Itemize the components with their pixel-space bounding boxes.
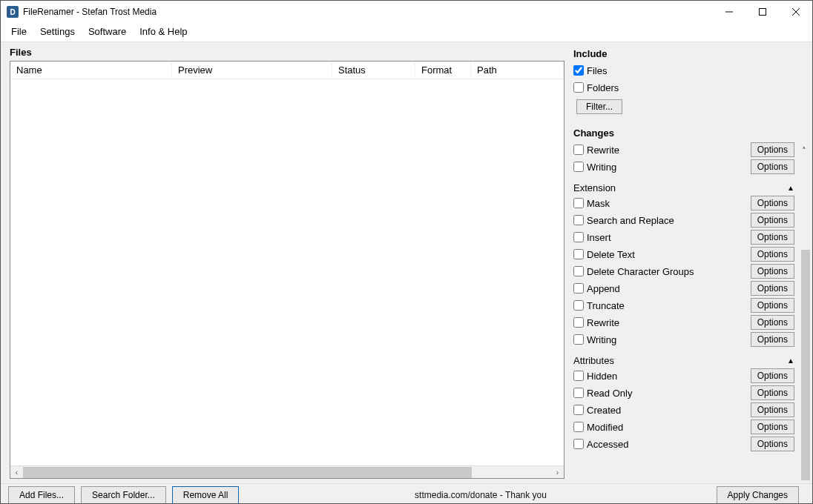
filter-button[interactable]: Filter... bbox=[576, 99, 622, 114]
attr-modified-checkbox[interactable] bbox=[573, 422, 584, 432]
include-heading: Include bbox=[573, 48, 794, 59]
ext-append-label: Append bbox=[587, 283, 751, 294]
attr-hidden-options-button[interactable]: Options bbox=[751, 368, 794, 383]
extension-heading: Extension ▲ bbox=[573, 182, 794, 193]
include-files-checkbox[interactable] bbox=[573, 65, 584, 76]
options-vscrollbar[interactable] bbox=[800, 250, 811, 480]
attr-accessed-options-button[interactable]: Options bbox=[751, 437, 794, 451]
changes-writing-label: Writing bbox=[587, 162, 751, 173]
attr-created-options-button[interactable]: Options bbox=[751, 402, 794, 417]
ext-rewrite-label: Rewrite bbox=[587, 317, 751, 328]
remove-all-button[interactable]: Remove All bbox=[172, 486, 240, 504]
panel-scroll-up-icon[interactable]: ˄ bbox=[799, 145, 809, 157]
changes-writing-options-button[interactable]: Options bbox=[751, 159, 794, 174]
menu-info-help[interactable]: Info & Help bbox=[134, 24, 193, 39]
changes-rewrite-checkbox[interactable] bbox=[573, 145, 584, 155]
col-name[interactable]: Name bbox=[10, 62, 172, 79]
hscroll-track[interactable] bbox=[23, 466, 551, 478]
hscroll-thumb[interactable] bbox=[23, 467, 472, 478]
ext-mask-checkbox[interactable] bbox=[573, 198, 584, 208]
attr-created-label: Created bbox=[587, 405, 751, 416]
window-title: FileRenamer - Stefan Trost Media bbox=[23, 7, 712, 17]
files-table-body[interactable] bbox=[10, 79, 564, 465]
window-controls bbox=[712, 1, 812, 23]
ext-insert-checkbox[interactable] bbox=[573, 232, 584, 242]
include-files-label: Files bbox=[587, 65, 794, 76]
attr-hidden-checkbox[interactable] bbox=[573, 371, 584, 381]
ext-truncate-options-button[interactable]: Options bbox=[751, 298, 794, 313]
vscroll-thumb[interactable] bbox=[801, 250, 810, 480]
col-format[interactable]: Format bbox=[415, 62, 471, 79]
ext-truncate-label: Truncate bbox=[587, 300, 751, 311]
attr-created-checkbox[interactable] bbox=[573, 405, 584, 415]
ext-mask-label: Mask bbox=[587, 198, 751, 209]
files-table: Name Preview Status Format Path ‹ › bbox=[10, 61, 565, 479]
ext-delete-char-groups-options-button[interactable]: Options bbox=[751, 264, 794, 279]
search-folder-button[interactable]: Search Folder... bbox=[81, 486, 166, 504]
donate-text: sttmedia.com/donate - Thank you bbox=[415, 490, 547, 500]
col-status[interactable]: Status bbox=[332, 62, 415, 79]
svg-rect-1 bbox=[759, 9, 766, 16]
ext-delete-text-checkbox[interactable] bbox=[573, 249, 584, 259]
changes-rewrite-options-button[interactable]: Options bbox=[751, 142, 794, 157]
changes-rewrite-label: Rewrite bbox=[587, 145, 751, 156]
ext-truncate-checkbox[interactable] bbox=[573, 300, 584, 311]
ext-writing-label: Writing bbox=[587, 334, 751, 345]
col-preview[interactable]: Preview bbox=[172, 62, 332, 79]
attr-read-only-checkbox[interactable] bbox=[573, 388, 584, 398]
add-files-button[interactable]: Add Files... bbox=[8, 486, 75, 504]
ext-delete-char-groups-label: Delete Character Groups bbox=[587, 266, 751, 277]
footer: Add Files... Search Folder... Remove All… bbox=[1, 483, 812, 504]
attr-accessed-label: Accessed bbox=[587, 439, 751, 450]
col-path[interactable]: Path bbox=[471, 62, 564, 79]
attributes-heading: Attributes ▲ bbox=[573, 355, 794, 366]
ext-insert-label: Insert bbox=[587, 232, 751, 243]
ext-rewrite-options-button[interactable]: Options bbox=[751, 315, 794, 330]
caret-up-icon[interactable]: ▲ bbox=[787, 184, 794, 192]
ext-append-options-button[interactable]: Options bbox=[751, 281, 794, 296]
app-icon: D bbox=[7, 6, 19, 18]
ext-writing-checkbox[interactable] bbox=[573, 334, 584, 345]
attr-accessed-checkbox[interactable] bbox=[573, 439, 584, 449]
ext-append-checkbox[interactable] bbox=[573, 283, 584, 294]
files-panel: Files Name Preview Status Format Path ‹ … bbox=[1, 42, 570, 483]
files-table-header: Name Preview Status Format Path bbox=[10, 62, 564, 79]
changes-writing-checkbox[interactable] bbox=[573, 162, 584, 172]
changes-heading: Changes bbox=[573, 127, 794, 139]
content-area: Files Name Preview Status Format Path ‹ … bbox=[1, 42, 812, 483]
attr-modified-label: Modified bbox=[587, 422, 751, 433]
hscroll-right-icon[interactable]: › bbox=[551, 466, 564, 478]
minimize-button[interactable] bbox=[712, 1, 745, 23]
ext-delete-char-groups-checkbox[interactable] bbox=[573, 266, 584, 276]
options-panel: Include Files Folders Filter... Changes … bbox=[570, 42, 812, 483]
files-hscrollbar[interactable]: ‹ › bbox=[10, 465, 564, 478]
include-folders-label: Folders bbox=[587, 82, 794, 93]
menu-file[interactable]: File bbox=[5, 24, 33, 39]
attr-modified-options-button[interactable]: Options bbox=[751, 420, 794, 434]
ext-mask-options-button[interactable]: Options bbox=[751, 196, 794, 210]
include-folders-checkbox[interactable] bbox=[573, 82, 584, 93]
ext-insert-options-button[interactable]: Options bbox=[751, 230, 794, 245]
titlebar: D FileRenamer - Stefan Trost Media bbox=[1, 1, 812, 23]
ext-rewrite-checkbox[interactable] bbox=[573, 317, 584, 328]
maximize-button[interactable] bbox=[745, 1, 779, 23]
menu-settings[interactable]: Settings bbox=[34, 24, 81, 39]
caret-up-icon[interactable]: ▲ bbox=[787, 357, 794, 365]
attr-read-only-options-button[interactable]: Options bbox=[751, 385, 794, 400]
ext-delete-text-options-button[interactable]: Options bbox=[751, 247, 794, 262]
ext-delete-text-label: Delete Text bbox=[587, 249, 751, 260]
attr-hidden-label: Hidden bbox=[587, 371, 751, 382]
menubar: File Settings Software Info & Help bbox=[1, 23, 812, 42]
files-heading: Files bbox=[10, 47, 565, 58]
menu-software[interactable]: Software bbox=[82, 24, 132, 39]
apply-changes-button[interactable]: Apply Changes bbox=[717, 486, 799, 504]
hscroll-left-icon[interactable]: ‹ bbox=[10, 466, 23, 478]
ext-search-replace-checkbox[interactable] bbox=[573, 215, 584, 225]
attr-read-only-label: Read Only bbox=[587, 388, 751, 399]
close-button[interactable] bbox=[779, 1, 812, 23]
ext-search-replace-options-button[interactable]: Options bbox=[751, 213, 794, 228]
ext-search-replace-label: Search and Replace bbox=[587, 215, 751, 226]
ext-writing-options-button[interactable]: Options bbox=[751, 332, 794, 347]
